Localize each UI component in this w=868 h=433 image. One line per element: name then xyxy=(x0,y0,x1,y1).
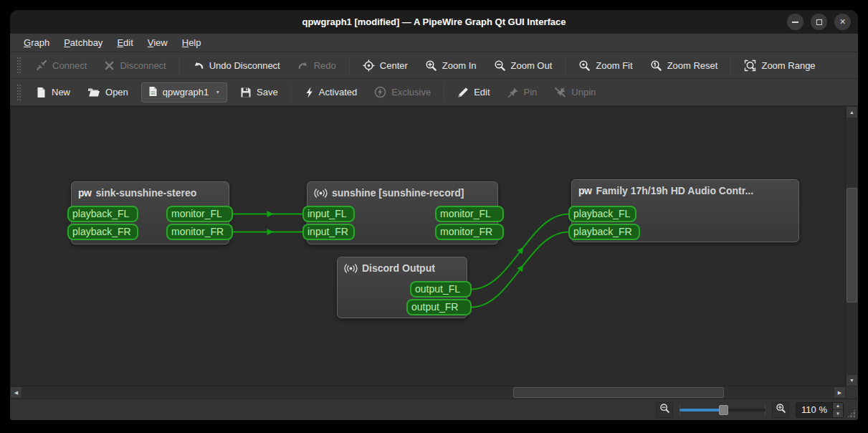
toolbar-separator xyxy=(730,57,731,74)
port[interactable]: output_FL xyxy=(410,281,472,298)
patchbay-select[interactable]: qpwgraph1 ▼ xyxy=(141,82,227,103)
port[interactable]: input_FL xyxy=(302,206,355,222)
scroll-down-button[interactable]: ▼ xyxy=(846,374,858,386)
maximize-button[interactable] xyxy=(811,14,827,30)
graph-canvas[interactable]: pwsink-sunshine-stereoplayback_FLplaybac… xyxy=(10,106,846,386)
resize-grip-icon[interactable] xyxy=(846,409,856,418)
toolbar-separator xyxy=(179,57,180,74)
save-icon xyxy=(240,87,252,98)
zoom-out-small-button[interactable] xyxy=(656,402,673,418)
chevron-down-icon: ▼ xyxy=(215,90,220,95)
port[interactable]: playback_FR xyxy=(67,224,138,240)
port[interactable]: monitor_FR xyxy=(435,224,504,240)
zoom-fit-icon xyxy=(578,60,591,72)
spin-up-button[interactable]: ▲ xyxy=(833,403,843,411)
connect-icon xyxy=(36,60,47,71)
port[interactable]: output_FR xyxy=(406,299,472,315)
unpin-button[interactable]: Unpin xyxy=(546,83,604,102)
titlebar[interactable]: qpwgraph1 [modified] — A PipeWire Graph … xyxy=(10,10,858,34)
menu-view[interactable]: View xyxy=(141,35,174,50)
toolbar-drag-handle[interactable] xyxy=(16,84,22,101)
app-window: qpwgraph1 [modified] — A PipeWire Graph … xyxy=(10,10,858,420)
port[interactable]: playback_FR xyxy=(568,224,640,240)
graph-viewport[interactable]: pwsink-sunshine-stereoplayback_FLplaybac… xyxy=(10,106,846,386)
zoom-in-button[interactable]: Zoom In xyxy=(417,56,485,75)
exclusive-button[interactable]: Exclusive xyxy=(366,82,439,102)
zoom-out-icon xyxy=(659,403,670,417)
activated-button[interactable]: Activated xyxy=(297,83,365,102)
node-header: pwFamily 17h/19h HD Audio Contr... xyxy=(572,180,798,201)
minimize-icon xyxy=(792,22,798,23)
connections-layer xyxy=(10,106,846,386)
spin-down-button[interactable]: ▼ xyxy=(833,410,843,417)
pipewire-icon: pw xyxy=(78,188,91,198)
scroll-up-button[interactable]: ▲ xyxy=(846,106,858,118)
node-title: Family 17h/19h HD Audio Contr... xyxy=(596,185,753,196)
new-button[interactable]: New xyxy=(28,83,78,102)
spin-buttons: ▲ ▼ xyxy=(832,403,843,417)
connect-button[interactable]: Connect xyxy=(28,56,95,75)
zoom-out-button[interactable]: Zoom Out xyxy=(486,56,561,75)
minimize-button[interactable] xyxy=(787,14,803,30)
zoom-slider[interactable] xyxy=(679,403,766,417)
arrow-right-icon: ▶ xyxy=(838,390,841,396)
save-button[interactable]: Save xyxy=(232,83,286,102)
node-title: sink-sunshine-stereo xyxy=(95,187,196,199)
port[interactable]: monitor_FR xyxy=(166,224,233,240)
close-button[interactable]: ✕ xyxy=(834,14,851,30)
menu-graph[interactable]: Graph xyxy=(17,35,56,50)
redo-button[interactable]: Redo xyxy=(290,57,344,75)
zoom-range-button[interactable]: Zoom Range xyxy=(736,56,823,75)
zoom-in-small-button[interactable] xyxy=(772,402,789,418)
center-button[interactable]: Center xyxy=(355,56,416,75)
zoom-range-icon xyxy=(744,60,756,72)
node-header: Discord Output xyxy=(338,257,467,279)
vertical-scrollbar[interactable]: ▲ ▼ xyxy=(846,106,858,386)
port[interactable]: input_FR xyxy=(302,224,355,240)
arrow-up-icon: ▲ xyxy=(849,110,854,115)
open-folder-icon xyxy=(87,87,100,97)
disconnect-icon xyxy=(104,60,115,71)
zoom-value: 110 % xyxy=(796,403,832,417)
open-button[interactable]: Open xyxy=(80,83,136,101)
scroll-right-button[interactable]: ▶ xyxy=(834,386,846,399)
connection-arrow-icon xyxy=(267,229,274,235)
toolbar-main: Connect Disconnect Undo Disconnect Redo … xyxy=(10,52,858,79)
window-controls: ✕ xyxy=(787,10,851,34)
toolbar-separator xyxy=(444,84,444,101)
disconnect-button[interactable]: Disconnect xyxy=(96,57,173,75)
undo-button[interactable]: Undo Disconnect xyxy=(185,57,288,75)
statusbar: 110 % ▲ ▼ xyxy=(10,399,858,420)
zoom-slider-handle[interactable] xyxy=(719,405,728,415)
stream-icon xyxy=(314,188,328,199)
redo-icon xyxy=(297,60,309,71)
zoom-reset-button[interactable]: Zoom Reset xyxy=(642,56,726,75)
toolbar-file: New Open qpwgraph1 ▼ Save Activated Excl… xyxy=(10,79,858,106)
menu-patchbay[interactable]: Patchbay xyxy=(57,35,109,50)
horizontal-scrollbar[interactable]: ◀ ▶ xyxy=(10,386,846,399)
toolbar-drag-handle[interactable] xyxy=(16,57,22,74)
zoom-fit-button[interactable]: Zoom Fit xyxy=(571,56,640,75)
menu-help[interactable]: Help xyxy=(176,35,208,50)
menu-edit[interactable]: Edit xyxy=(110,35,139,50)
port[interactable]: playback_FL xyxy=(568,206,636,222)
scroll-left-button[interactable]: ◀ xyxy=(10,386,22,399)
pin-button[interactable]: Pin xyxy=(500,83,545,102)
vertical-scrollbar-thumb[interactable] xyxy=(846,188,857,303)
port[interactable]: monitor_FL xyxy=(166,206,233,222)
zoom-spinbox[interactable]: 110 % ▲ ▼ xyxy=(796,402,844,418)
edit-button[interactable]: Edit xyxy=(449,83,497,102)
connection-arrow-icon xyxy=(267,211,274,217)
toolbar-separator xyxy=(291,84,292,101)
toolbar-separator xyxy=(349,57,350,74)
exclusive-bolt-icon xyxy=(374,86,386,98)
pipewire-icon: pw xyxy=(578,186,591,196)
stream-icon xyxy=(344,263,358,274)
node-header: sunshine [sunshine-record] xyxy=(307,182,497,204)
horizontal-scrollbar-thumb[interactable] xyxy=(513,387,724,398)
maximize-icon xyxy=(816,19,822,25)
zoom-in-icon xyxy=(776,403,786,417)
node-header: pwsink-sunshine-stereo xyxy=(72,182,229,204)
port[interactable]: playback_FL xyxy=(67,206,138,222)
port[interactable]: monitor_FL xyxy=(435,206,504,222)
